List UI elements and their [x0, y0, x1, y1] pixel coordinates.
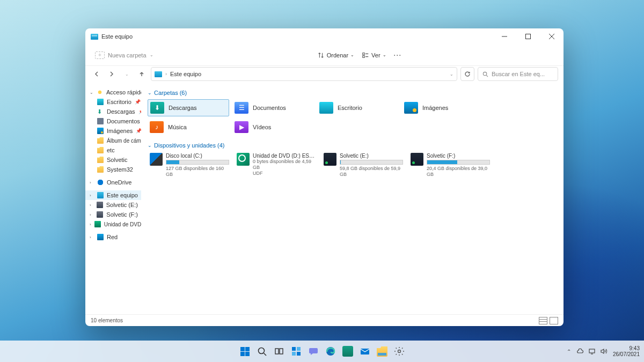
navigation-row: ⌄ › Este equipo ⌄ Buscar en Este eq...	[85, 66, 564, 84]
toolbar: + Nueva carpeta ⌄ Ordenar⌄ Ver⌄ ···	[85, 45, 564, 66]
pin-icon: 📌	[136, 128, 141, 134]
sidebar-item-escritorio[interactable]: Escritorio📌	[85, 97, 141, 107]
desktop-icon	[319, 102, 333, 114]
taskbar-settings[interactable]	[392, 344, 406, 358]
taskbar-app1[interactable]	[341, 344, 355, 358]
sidebar-network[interactable]: ›Red	[85, 232, 141, 242]
music-icon: ♪	[150, 121, 164, 133]
start-button[interactable]	[238, 344, 252, 358]
sidebar: ⌄Acceso rápido Escritorio📌 ⬇Descargas📌 D…	[85, 84, 141, 314]
document-icon: ☰	[235, 102, 248, 114]
recent-button[interactable]: ⌄	[121, 68, 133, 80]
drive-c[interactable]: Disco local (C:) 127 GB disponibles de 1…	[148, 152, 231, 179]
sidebar-thispc[interactable]: ›Este equipo	[85, 190, 141, 200]
cloud-icon[interactable]	[576, 348, 584, 355]
folder-documentos[interactable]: ☰Documentos	[232, 99, 314, 116]
svg-point-10	[259, 348, 265, 354]
svg-rect-21	[589, 349, 595, 353]
sidebar-drive-e[interactable]: ›Solvetic (E:)	[85, 200, 141, 210]
pc-icon	[91, 34, 98, 40]
refresh-button[interactable]	[460, 67, 474, 81]
drive-icon	[411, 153, 423, 166]
sidebar-drive-f[interactable]: ›Solvetic (F:)	[85, 210, 141, 219]
svg-rect-4	[363, 53, 365, 55]
dvd-icon	[237, 153, 250, 166]
folder-escritorio[interactable]: Escritorio	[317, 99, 399, 116]
more-button[interactable]: ···	[394, 52, 402, 58]
forward-button[interactable]	[106, 68, 118, 80]
back-button[interactable]	[91, 68, 103, 80]
taskbar-explorer[interactable]	[375, 344, 389, 358]
drive-icon	[97, 211, 103, 218]
taskbar-taskview[interactable]	[272, 344, 286, 358]
taskbar-mail[interactable]	[358, 344, 372, 358]
svg-rect-14	[292, 347, 296, 351]
statusbar: 10 elementos	[85, 314, 564, 326]
network-icon[interactable]	[588, 348, 596, 355]
drive-icon	[150, 153, 163, 166]
drive-dvd[interactable]: Unidad de DVD (D:) ESD-ISO 0 bytes dispo…	[235, 152, 318, 179]
volume-icon[interactable]	[600, 348, 608, 355]
sidebar-item-descargas[interactable]: ⬇Descargas📌	[85, 107, 141, 116]
taskbar-chat[interactable]	[306, 344, 320, 358]
drive-e[interactable]: Solvetic (E:) 59,8 GB disponibles de 59,…	[321, 152, 405, 179]
drive-icon	[97, 202, 103, 208]
images-icon	[404, 102, 418, 114]
taskbar-widgets[interactable]	[289, 344, 303, 358]
sidebar-item-imagenes[interactable]: Imágenes📌	[85, 126, 141, 136]
sidebar-item-solvetic[interactable]: Solvetic	[85, 155, 141, 165]
group-header-devices[interactable]: ⌄Dispositivos y unidades (4)	[148, 140, 557, 152]
svg-point-20	[398, 350, 401, 353]
up-button[interactable]	[136, 68, 148, 80]
svg-line-9	[486, 75, 488, 77]
taskbar-edge[interactable]	[324, 344, 338, 358]
document-icon	[97, 118, 104, 124]
tray-chevron-icon[interactable]: ⌃	[567, 349, 571, 354]
network-icon	[97, 234, 104, 240]
svg-rect-13	[280, 349, 283, 354]
folder-descargas[interactable]: ⬇Descargas	[148, 99, 229, 116]
sidebar-item-system32[interactable]: System32	[85, 165, 141, 174]
download-icon: ⬇	[97, 108, 104, 115]
folder-icon	[97, 147, 104, 153]
breadcrumb[interactable]: Este equipo	[170, 71, 201, 77]
sort-button[interactable]: Ordenar⌄	[317, 51, 354, 59]
sidebar-item-album[interactable]: Álbum de cámara	[85, 136, 141, 145]
taskbar-search[interactable]	[255, 344, 269, 358]
folder-imagenes[interactable]: Imágenes	[402, 99, 484, 116]
close-button[interactable]	[540, 28, 564, 45]
video-icon: ▶	[235, 121, 248, 133]
minimize-button[interactable]	[493, 28, 516, 45]
sidebar-quick-access[interactable]: ⌄Acceso rápido	[85, 87, 141, 97]
download-icon: ⬇	[150, 102, 164, 114]
system-tray[interactable]: ⌃ 9:43 26/07/2021	[567, 345, 640, 358]
view-details-button[interactable]	[539, 317, 547, 324]
folder-musica[interactable]: ♪Música	[148, 119, 229, 136]
pc-icon	[155, 71, 162, 77]
new-folder-button[interactable]: + Nueva carpeta ⌄	[91, 49, 158, 61]
titlebar[interactable]: Este equipo	[85, 28, 564, 45]
maximize-button[interactable]	[516, 28, 540, 45]
folder-icon	[97, 137, 104, 144]
address-bar[interactable]: › Este equipo ⌄	[151, 67, 457, 81]
taskbar[interactable]: ⌃ 9:43 26/07/2021	[0, 341, 644, 362]
search-icon	[482, 71, 488, 77]
view-button[interactable]: Ver⌄	[362, 51, 386, 59]
folder-icon	[97, 166, 104, 173]
sidebar-dvd[interactable]: ›Unidad de DVD (D:)	[85, 219, 141, 229]
pc-icon	[97, 192, 104, 198]
sidebar-item-etc[interactable]: etc	[85, 145, 141, 155]
star-icon	[97, 89, 103, 95]
view-tiles-button[interactable]	[550, 317, 558, 324]
cloud-icon	[97, 179, 104, 186]
sidebar-onedrive[interactable]: ›OneDrive	[85, 178, 141, 187]
clock[interactable]: 9:43 26/07/2021	[613, 345, 640, 358]
folder-icon	[97, 157, 104, 163]
sidebar-item-documentos[interactable]: Documentos📌	[85, 116, 141, 126]
search-input[interactable]: Buscar en Este eq...	[478, 67, 558, 81]
group-header-folders[interactable]: ⌄Carpetas (6)	[148, 87, 557, 99]
window-title: Este equipo	[101, 33, 133, 40]
new-folder-icon: +	[95, 51, 105, 59]
drive-f[interactable]: Solvetic (F:) 20,4 GB disponibles de 39,…	[408, 152, 492, 179]
folder-videos[interactable]: ▶Vídeos	[232, 119, 314, 136]
